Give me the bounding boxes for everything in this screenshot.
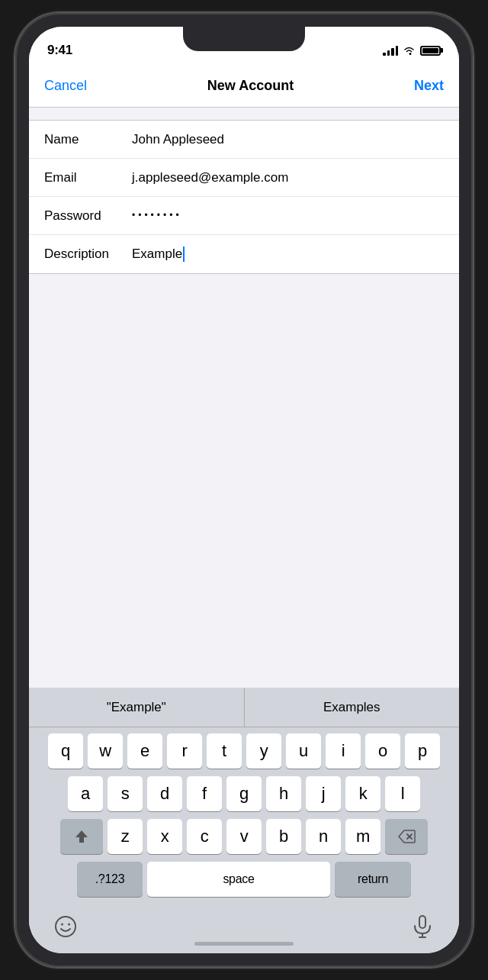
key-row-4: .?123 space return bbox=[32, 862, 456, 897]
svg-point-2 bbox=[56, 917, 75, 936]
form-section: Name John Appleseed Email j.appleseed@ex… bbox=[29, 120, 459, 274]
key-m[interactable]: m bbox=[345, 819, 380, 854]
name-label: Name bbox=[44, 132, 132, 147]
shift-key[interactable] bbox=[60, 819, 103, 854]
cancel-button[interactable]: Cancel bbox=[44, 78, 87, 94]
key-z[interactable]: z bbox=[108, 819, 143, 854]
spacer-area bbox=[29, 274, 459, 688]
key-a[interactable]: a bbox=[68, 776, 103, 811]
numbers-key[interactable]: .?123 bbox=[77, 862, 143, 897]
signal-icon bbox=[383, 46, 398, 56]
password-label: Password bbox=[44, 208, 132, 224]
notch bbox=[183, 27, 305, 51]
phone-screen: 9:41 bbox=[29, 27, 459, 953]
nav-title: New Account bbox=[207, 78, 294, 94]
form-row-name[interactable]: Name John Appleseed bbox=[29, 121, 459, 159]
key-o[interactable]: o bbox=[365, 733, 400, 769]
key-r[interactable]: r bbox=[167, 733, 202, 769]
svg-point-4 bbox=[68, 924, 70, 926]
svg-rect-5 bbox=[419, 916, 425, 928]
key-t[interactable]: t bbox=[207, 733, 242, 769]
key-h[interactable]: h bbox=[266, 776, 301, 811]
delete-key[interactable] bbox=[385, 819, 428, 854]
key-row-2: a s d f g h j k l bbox=[32, 776, 456, 811]
key-d[interactable]: d bbox=[147, 776, 182, 811]
description-value[interactable]: Example bbox=[132, 247, 444, 263]
key-k[interactable]: k bbox=[345, 776, 380, 811]
text-cursor bbox=[183, 247, 185, 262]
autocomplete-bar: "Example" Examples bbox=[29, 688, 459, 727]
form-row-email[interactable]: Email j.appleseed@example.com bbox=[29, 159, 459, 197]
emoji-icon bbox=[54, 915, 77, 938]
status-icons bbox=[383, 46, 441, 56]
key-v[interactable]: v bbox=[226, 819, 262, 854]
nav-bar: Cancel New Account Next bbox=[29, 65, 459, 108]
key-c[interactable]: c bbox=[187, 819, 222, 854]
key-f[interactable]: f bbox=[187, 776, 222, 811]
home-indicator bbox=[194, 942, 294, 946]
key-i[interactable]: i bbox=[326, 733, 361, 769]
form-row-description[interactable]: Description Example bbox=[29, 235, 459, 273]
key-s[interactable]: s bbox=[108, 776, 143, 811]
next-button[interactable]: Next bbox=[414, 78, 444, 94]
key-q[interactable]: q bbox=[48, 733, 83, 769]
key-n[interactable]: n bbox=[306, 819, 341, 854]
key-j[interactable]: j bbox=[306, 776, 341, 811]
svg-point-3 bbox=[61, 924, 63, 926]
emoji-button[interactable] bbox=[52, 913, 79, 940]
name-value[interactable]: John Appleseed bbox=[132, 132, 444, 147]
autocomplete-item-1[interactable]: Examples bbox=[245, 688, 460, 727]
status-time: 9:41 bbox=[47, 43, 72, 58]
key-g[interactable]: g bbox=[226, 776, 262, 811]
email-label: Email bbox=[44, 170, 132, 185]
key-w[interactable]: w bbox=[88, 733, 123, 769]
form-row-password[interactable]: Password •••••••• bbox=[29, 197, 459, 235]
email-value[interactable]: j.appleseed@example.com bbox=[132, 170, 444, 185]
password-value[interactable]: •••••••• bbox=[132, 208, 444, 224]
mic-icon bbox=[413, 915, 432, 938]
return-key[interactable]: return bbox=[335, 862, 411, 897]
key-y[interactable]: y bbox=[246, 733, 281, 769]
bottom-bar bbox=[29, 907, 459, 953]
mic-button[interactable] bbox=[409, 913, 436, 940]
battery-icon bbox=[420, 46, 441, 56]
description-label: Description bbox=[44, 247, 132, 262]
wifi-icon bbox=[403, 46, 416, 56]
autocomplete-item-0[interactable]: "Example" bbox=[29, 688, 245, 727]
delete-icon bbox=[397, 830, 416, 843]
shift-icon bbox=[73, 828, 90, 845]
space-key[interactable]: space bbox=[147, 862, 330, 897]
key-e[interactable]: e bbox=[127, 733, 162, 769]
key-row-1: q w e r t y u i o p bbox=[32, 733, 456, 769]
key-b[interactable]: b bbox=[266, 819, 301, 854]
key-x[interactable]: x bbox=[147, 819, 182, 854]
keyboard-keys: q w e r t y u i o p a s d f g bbox=[29, 727, 459, 907]
key-u[interactable]: u bbox=[286, 733, 321, 769]
content-area: Name John Appleseed Email j.appleseed@ex… bbox=[29, 108, 459, 688]
key-l[interactable]: l bbox=[385, 776, 420, 811]
phone-frame: 9:41 bbox=[15, 13, 473, 967]
keyboard-container: "Example" Examples q w e r t y u i o p bbox=[29, 688, 459, 953]
key-p[interactable]: p bbox=[405, 733, 440, 769]
key-row-3: z x c v b n m bbox=[32, 819, 456, 854]
